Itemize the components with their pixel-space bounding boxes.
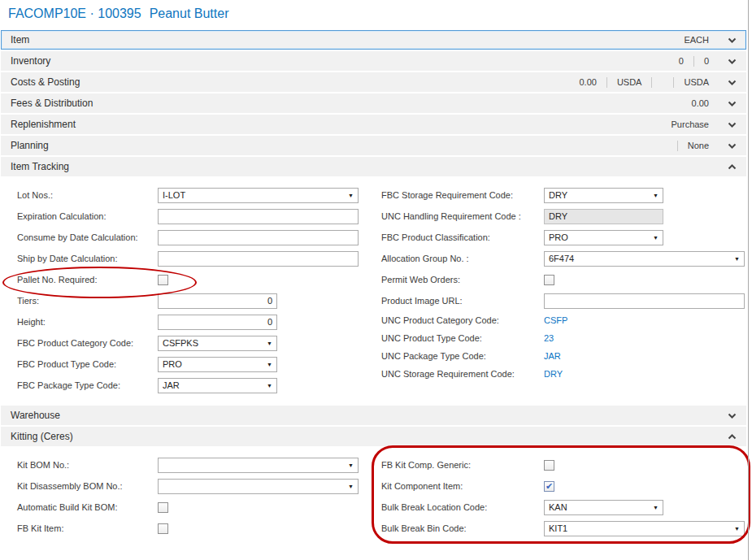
chevron-down-icon[interactable] (727, 80, 737, 85)
summary-value: 0 (704, 56, 709, 66)
checkbox-pallet-no-required[interactable] (158, 275, 168, 285)
chevron-up-icon[interactable] (727, 434, 737, 440)
combo-arrow-icon[interactable]: ▼ (348, 484, 354, 489)
combo-arrow-icon[interactable]: ▼ (653, 235, 659, 241)
field-label: Product Image URL: (381, 296, 544, 306)
field-label: FB Kit Comp. Generic: (381, 460, 544, 470)
field-row: Expiration Calculation: (17, 206, 375, 227)
field-label: Ship by Date Calculation: (17, 254, 158, 263)
fasttab-header-costs-posting[interactable]: Costs & Posting0.00USDAUSDA (1, 72, 746, 92)
fasttab-header-inventory[interactable]: Inventory00 (1, 51, 746, 71)
combo-value: JAR (163, 380, 180, 390)
field-row: Lot Nos.:I-LOT▼ (17, 184, 375, 206)
field-label: Consume by Date Calculation: (17, 232, 158, 242)
combo-value: KAN (549, 502, 567, 512)
combo-arrow-icon[interactable]: ▼ (267, 362, 272, 367)
combo-fbc-product-type-code[interactable]: PRO▼ (158, 357, 277, 372)
combo-arrow-icon[interactable]: ▼ (348, 193, 354, 198)
chevron-down-icon[interactable] (727, 143, 737, 149)
combo-fbc-storage-requirement-code[interactable]: DRY▼ (544, 188, 663, 203)
combo-allocation-group-no[interactable]: 6F474▼ (544, 251, 745, 267)
fasttab-header-replenishment[interactable]: ReplenishmentPurchase (1, 115, 746, 134)
combo-arrow-icon[interactable]: ▼ (734, 526, 740, 532)
fasttab-summary: EACH (684, 35, 709, 45)
fasttab-summary: 0.00 (692, 98, 709, 108)
field-ship-by-date-calculation[interactable] (158, 251, 359, 267)
fasttab-list: ItemEACHInventory00Costs & Posting0.00US… (1, 30, 746, 549)
combo-arrow-icon[interactable]: ▼ (653, 505, 659, 510)
fasttab-label: Replenishment (11, 119, 672, 130)
field-label: UNC Product Type Code: (381, 333, 544, 343)
fasttab-label: Inventory (11, 55, 679, 67)
field-tiers[interactable]: 0 (158, 293, 277, 309)
fasttab-summary: Purchase (672, 119, 709, 129)
field-row: UNC Product Type Code:23 (381, 329, 746, 347)
combo-arrow-icon[interactable]: ▼ (267, 383, 272, 389)
fasttab-label: Fees & Distribution (11, 98, 692, 109)
field-expiration-calculation[interactable] (158, 209, 359, 224)
checkbox-kit-component-item[interactable]: ✔ (544, 481, 554, 492)
field-product-image-url[interactable] (544, 293, 745, 309)
link-unc-product-type-code[interactable]: 23 (544, 333, 554, 343)
col-left: Kit BOM No.:▼Kit Disassembly BOM No.:▼Au… (17, 454, 375, 539)
fasttab-header-planning[interactable]: PlanningNone (1, 136, 746, 155)
field-row: FBC Product Category Code:CSFPKS▼ (17, 332, 375, 354)
combo-arrow-icon[interactable]: ▼ (348, 462, 354, 468)
combo-kit-disassembly-bom-no[interactable]: ▼ (158, 479, 359, 494)
chevron-up-icon[interactable] (727, 164, 737, 170)
fasttab-label: Planning (11, 140, 666, 151)
fasttab-header-warehouse[interactable]: Warehouse (1, 406, 746, 425)
item-card-page: FACOMP10E · 100395Peanut Butter ItemEACH… (0, 0, 752, 560)
col-left: Lot Nos.:I-LOT▼Expiration Calculation:Co… (17, 184, 375, 396)
field-height[interactable]: 0 (158, 315, 277, 330)
field-label: Height: (17, 317, 158, 327)
link-unc-product-category-code[interactable]: CSFP (544, 315, 567, 325)
summary-divider (677, 141, 678, 151)
summary-divider (606, 77, 607, 88)
chevron-down-icon[interactable] (727, 101, 737, 106)
checkbox-permit-web-orders[interactable] (544, 275, 554, 285)
chevron-down-icon[interactable] (727, 59, 737, 64)
field-label: Lot Nos.: (17, 190, 158, 200)
combo-fbc-product-classification[interactable]: PRO▼ (544, 230, 663, 245)
chevron-down-icon[interactable] (727, 122, 737, 128)
field-value: 0 (267, 296, 272, 306)
field-label: Bulk Break Location Code: (381, 502, 544, 512)
fasttab-header-fees-distribution[interactable]: Fees & Distribution0.00 (1, 93, 746, 113)
combo-bulk-break-location-code[interactable]: KAN▼ (544, 500, 663, 515)
combo-value: 6F474 (549, 254, 574, 263)
page-title-name: Peanut Butter (150, 7, 229, 20)
fasttab-label: Kitting (Ceres) (11, 431, 709, 442)
combo-fbc-product-category-code[interactable]: CSFPKS▼ (158, 336, 277, 351)
field-consume-by-date-calculation[interactable] (158, 230, 359, 245)
combo-arrow-icon[interactable]: ▼ (653, 193, 659, 198)
field-row: Automatic Build Kit BOM: (17, 497, 375, 518)
link-unc-package-type-code[interactable]: JAR (544, 351, 561, 361)
field-label: FBC Product Classification: (381, 232, 544, 242)
field-row: FBC Storage Requirement Code:DRY▼ (381, 184, 746, 206)
checkbox-automatic-build-kit-bom[interactable] (158, 502, 168, 513)
combo-value: PRO (163, 359, 182, 369)
combo-fbc-package-type-code[interactable]: JAR▼ (158, 378, 277, 393)
chevron-down-icon[interactable] (727, 37, 737, 43)
combo-arrow-icon[interactable]: ▼ (267, 341, 272, 346)
field-row: FB Kit Item: (17, 518, 375, 539)
field-row: Product Image URL: (381, 290, 746, 311)
combo-kit-bom-no[interactable]: ▼ (158, 458, 359, 473)
chevron-down-icon[interactable] (727, 413, 737, 419)
combo-arrow-icon[interactable]: ▼ (734, 256, 740, 262)
field-label: FBC Package Type Code: (17, 380, 158, 390)
combo-bulk-break-bin-code[interactable]: KIT1▼ (544, 521, 745, 536)
fasttab-label: Item Tracking (11, 161, 709, 172)
summary-value: 0 (679, 56, 684, 66)
checkbox-fb-kit-item[interactable] (158, 523, 168, 534)
combo-lot-nos[interactable]: I-LOT▼ (158, 188, 359, 203)
fasttab-header-kitting-ceres[interactable]: Kitting (Ceres) (1, 427, 746, 446)
link-unc-storage-requirement-code[interactable]: DRY (544, 369, 563, 379)
fasttab-header-item-tracking[interactable]: Item Tracking (1, 157, 746, 176)
summary-value: EACH (684, 35, 709, 45)
checkbox-fb-kit-comp-generic[interactable] (544, 460, 554, 471)
field-row: Tiers:0 (17, 290, 375, 311)
fasttab-summary: 0.00USDAUSDA (579, 77, 709, 88)
fasttab-header-item[interactable]: ItemEACH (1, 30, 746, 50)
